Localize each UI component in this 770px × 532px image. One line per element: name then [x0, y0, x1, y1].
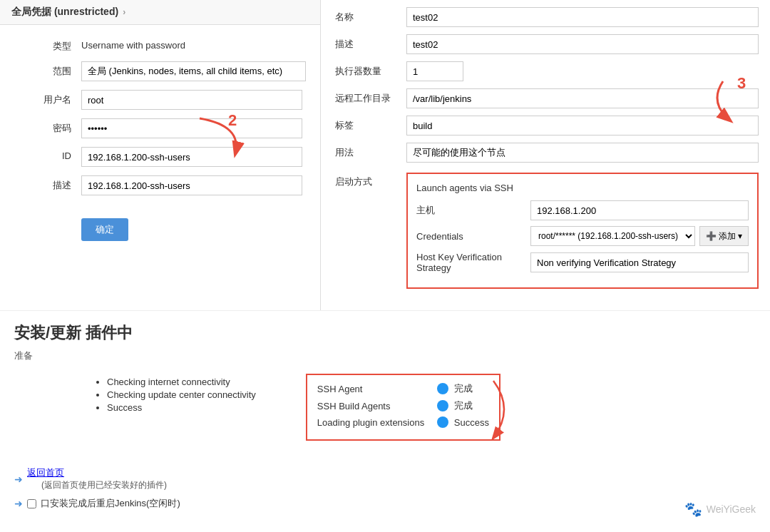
right-desc-row: 描述: [335, 34, 759, 54]
id-value: [81, 147, 306, 167]
restart-checkbox[interactable]: [27, 499, 36, 508]
right-panel: 名称 描述 执行器数量 远程工作目录 3: [321, 0, 770, 310]
desc-row: 描述: [14, 175, 306, 195]
credentials-label: Credentials: [416, 231, 530, 242]
ssh-launch-box: Launch agents via SSH 主机 Credentials roo…: [406, 173, 759, 289]
plugin-table: SSH Agent 完成 SSH Build Agents 完成 Loading…: [306, 374, 500, 441]
scope-row: 范围: [14, 61, 306, 81]
executors-input[interactable]: [406, 61, 463, 81]
scope-value: [81, 61, 306, 81]
host-row: 主机: [416, 200, 749, 220]
install-section: 安装/更新 插件中 准备 Checking internet connectiv…: [0, 310, 770, 452]
prepare-label: 准备: [14, 349, 756, 362]
tags-row: 标签: [335, 116, 759, 135]
restart-label: 口安装完成后重启Jenkins(空闲时): [41, 497, 180, 510]
plugin-status-2: 完成: [454, 399, 473, 412]
add-icon: ➕: [706, 231, 717, 241]
type-value: Username with password: [81, 36, 306, 51]
plugin-row-2: SSH Build Agents 完成: [317, 399, 489, 412]
top-section: 全局凭据 (unrestricted) › 类型 Username with p…: [0, 0, 770, 310]
plugin-status-3: Success: [454, 417, 489, 428]
desc-label: 描述: [14, 175, 71, 192]
executors-label: 执行器数量: [335, 61, 399, 78]
home-arrow-icon: ➜: [14, 474, 23, 485]
bottom-links: ➜ 返回首页 (返回首页使用已经安装好的插件) ➜ 口安装完成后重启Jenkin…: [0, 466, 770, 516]
prepare-spacer: [14, 374, 71, 441]
username-value: [81, 90, 306, 110]
plugin-row-1: SSH Agent 完成: [317, 382, 489, 395]
password-value: [81, 118, 306, 138]
breadcrumb-arrow: ›: [123, 7, 125, 17]
plugin-section: SSH Agent 完成 SSH Build Agents 完成 Loading…: [306, 374, 500, 441]
home-link-wrapper: 返回首页 (返回首页使用已经安装好的插件): [27, 466, 167, 491]
remote-input[interactable]: [406, 88, 759, 108]
remote-label: 远程工作目录: [335, 88, 399, 105]
username-input[interactable]: [81, 90, 302, 110]
password-input[interactable]: [81, 118, 302, 138]
add-credentials-button[interactable]: ➕ 添加 ▾: [699, 226, 749, 246]
credentials-select[interactable]: root/****** (192.168.1.200-ssh-users): [530, 226, 695, 246]
scope-input[interactable]: [81, 61, 306, 81]
name-label: 名称: [335, 7, 399, 24]
usage-label: 用法: [335, 143, 399, 159]
watermark-text: WeiYiGeek: [707, 503, 756, 515]
name-input[interactable]: [406, 7, 759, 27]
username-label: 用户名: [14, 90, 71, 106]
restart-item: ➜ 口安装完成后重启Jenkins(空闲时): [14, 497, 756, 510]
install-title: 安装/更新 插件中: [14, 322, 756, 344]
hkv-input[interactable]: [530, 252, 749, 272]
restart-arrow-icon: ➜: [14, 498, 23, 509]
home-link-item: ➜ 返回首页 (返回首页使用已经安装好的插件): [14, 466, 756, 491]
prepare-list: Checking internet connectivity Checking …: [107, 377, 256, 441]
usage-input[interactable]: [406, 143, 759, 163]
prepare-item-1: Checking internet connectivity: [107, 377, 256, 387]
id-input[interactable]: [81, 147, 302, 167]
panel-header: 全局凭据 (unrestricted) ›: [0, 0, 320, 25]
username-row: 用户名: [14, 90, 306, 110]
plugin-status-1: 完成: [454, 382, 473, 395]
watermark-icon: 🐾: [684, 501, 702, 518]
tags-input[interactable]: [406, 116, 759, 135]
panel-title: 全局凭据 (unrestricted): [11, 6, 118, 19]
type-row: 类型 Username with password: [14, 36, 306, 53]
home-link-sub: (返回首页使用已经安装好的插件): [41, 479, 167, 491]
watermark: 🐾 WeiYiGeek: [684, 501, 756, 518]
plugin-status-icon-3: [437, 416, 448, 428]
plugin-row-3: Loading plugin extensions Success: [317, 416, 489, 428]
right-desc-label: 描述: [335, 34, 399, 51]
scope-label: 范围: [14, 61, 71, 78]
plugin-name-2: SSH Build Agents: [317, 401, 431, 411]
restart-checkbox-label[interactable]: 口安装完成后重启Jenkins(空闲时): [27, 497, 180, 510]
left-panel: 全局凭据 (unrestricted) › 类型 Username with p…: [0, 0, 321, 310]
confirm-button[interactable]: 确定: [81, 218, 128, 241]
name-row: 名称: [335, 7, 759, 27]
plugin-status-icon-1: [437, 383, 448, 394]
prepare-item-2: Checking update center connectivity: [107, 389, 256, 400]
id-row: ID: [14, 147, 306, 167]
executors-row: 执行器数量: [335, 61, 759, 81]
password-row: 密码 2: [14, 118, 306, 138]
right-desc-input[interactable]: [406, 34, 759, 54]
credentials-row: Credentials root/****** (192.168.1.200-s…: [416, 226, 749, 246]
remote-row: 远程工作目录 3: [335, 88, 759, 108]
home-link[interactable]: 返回首页: [27, 467, 64, 478]
host-label: 主机: [416, 204, 530, 217]
launch-label: 启动方式: [335, 170, 399, 188]
desc-input[interactable]: [81, 175, 302, 195]
host-input[interactable]: [530, 200, 749, 220]
hkv-label: Host Key Verification Strategy: [416, 252, 530, 273]
add-label: 添加: [719, 230, 736, 242]
desc-value: [81, 175, 306, 195]
plugin-name-1: SSH Agent: [317, 384, 431, 394]
plugin-name-3: Loading plugin extensions: [317, 417, 431, 428]
dropdown-icon: ▾: [738, 231, 742, 241]
page-wrapper: 全局凭据 (unrestricted) › 类型 Username with p…: [0, 0, 770, 532]
credentials-wrapper: root/****** (192.168.1.200-ssh-users) ➕ …: [530, 226, 749, 246]
usage-row: 用法: [335, 143, 759, 163]
password-label: 密码: [14, 118, 71, 135]
ssh-box-title: Launch agents via SSH: [416, 183, 749, 193]
tags-label: 标签: [335, 116, 399, 132]
prepare-item-3: Success: [107, 402, 256, 413]
id-label: ID: [14, 147, 71, 161]
install-content: Checking internet connectivity Checking …: [14, 374, 756, 441]
